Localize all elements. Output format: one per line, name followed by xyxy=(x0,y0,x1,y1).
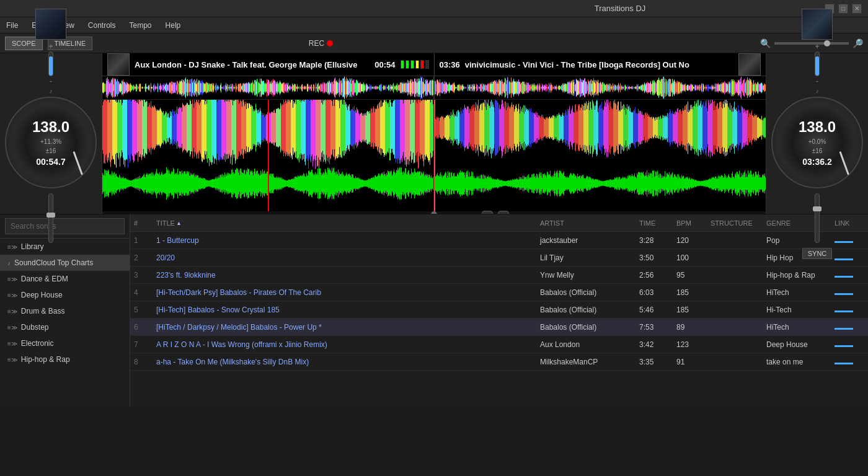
song-row[interactable]: 1 1 - Buttercup jackstauber 3:28 120 Pop… xyxy=(130,232,868,249)
library-area: ≡≫ Library ♪ SoundCloud Top Charts ≡≫ Da… xyxy=(0,214,868,407)
right-volume-area: + - xyxy=(815,42,820,86)
menu-file[interactable]: File xyxy=(4,20,20,31)
left-track-title: Aux London - DJ Snake - Talk feat. Georg… xyxy=(135,60,370,69)
zoom-thumb xyxy=(824,40,830,46)
maximize-button[interactable]: □ xyxy=(838,4,848,14)
search-box xyxy=(0,214,130,239)
sidebar-item-dance[interactable]: ≡≫ Dance & EDM xyxy=(0,271,130,287)
titlebar: Transitions DJ _ □ ✕ xyxy=(0,0,868,17)
left-needle xyxy=(73,151,82,175)
deck-area: + - ♪ 138.0 +11.3% ±16 00:54.7 SYNC xyxy=(0,53,868,214)
song-list: # TITLE ▲ ARTIST TIME BPM STRUCTURE GENR… xyxy=(130,214,868,407)
left-album-art xyxy=(35,9,66,40)
waveform-area: Aux London - DJ Snake - Talk feat. Georg… xyxy=(102,53,766,214)
right-mini-wave[interactable] xyxy=(435,76,766,99)
menu-tempo[interactable]: Tempo xyxy=(127,20,154,31)
left-pitch-range: ±16 xyxy=(46,148,56,154)
song-row[interactable]: 4 [Hi-Tech/Dark Psy] Babalos - Pirates O… xyxy=(130,284,868,301)
right-position: 03:36.2 xyxy=(802,157,831,167)
sidebar-item-deephouse[interactable]: ≡≫ Deep House xyxy=(0,287,130,303)
waveform-icon: ▬▬▬ xyxy=(835,359,853,366)
menu-help[interactable]: Help xyxy=(163,20,184,31)
drumandbass-icon: ≡≫ xyxy=(7,308,17,315)
rec-area: REC xyxy=(309,39,333,48)
right-main-wave[interactable] xyxy=(435,100,766,211)
waveform-icon: ▬▬▬ xyxy=(835,237,853,244)
rec-indicator xyxy=(327,40,333,46)
electronic-icon: ≡≫ xyxy=(7,340,17,347)
song-list-header: # TITLE ▲ ARTIST TIME BPM STRUCTURE GENR… xyxy=(130,214,868,232)
sidebar-item-soundcloud[interactable]: ♪ SoundCloud Top Charts xyxy=(0,255,130,271)
playhead xyxy=(434,100,435,211)
search-input[interactable] xyxy=(5,218,125,234)
left-track-elapsed: 00:54 xyxy=(374,60,395,69)
sidebar-item-dubstep[interactable]: ≡≫ Dubstep xyxy=(0,319,130,335)
right-album-art xyxy=(802,9,833,40)
top-tracks: Aux London - DJ Snake - Talk feat. Georg… xyxy=(102,53,766,76)
left-pitch-slider xyxy=(48,193,53,243)
sidebar-item-library[interactable]: ≡≫ Library xyxy=(0,239,130,255)
sidebar-item-hiphop[interactable]: ≡≫ Hip-hop & Rap xyxy=(0,351,130,368)
song-rows: 1 1 - Buttercup jackstauber 3:28 120 Pop… xyxy=(130,232,868,407)
menu-controls[interactable]: Controls xyxy=(86,20,118,31)
rec-label: REC xyxy=(309,39,324,48)
zoom-out-icon[interactable]: 🔍 xyxy=(760,38,771,48)
close-button[interactable]: ✕ xyxy=(852,4,862,14)
library-icon: ≡≫ xyxy=(7,244,17,250)
sidebar-item-drumandbass[interactable]: ≡≫ Drum & Bass xyxy=(0,303,130,319)
col-title-header[interactable]: TITLE ▲ xyxy=(153,219,536,227)
left-bpm: 138.0 xyxy=(32,118,69,136)
col-artist-header[interactable]: ARTIST xyxy=(536,219,636,227)
soundcloud-icon: ♪ xyxy=(7,260,11,267)
left-mini-wave[interactable] xyxy=(102,76,433,99)
sidebar-items: ≡≫ Library ♪ SoundCloud Top Charts ≡≫ Da… xyxy=(0,239,130,407)
col-bpm-header[interactable]: BPM xyxy=(673,219,707,227)
right-track-thumb xyxy=(738,53,761,76)
deephouse-icon: ≡≫ xyxy=(7,292,17,299)
zoom-slider[interactable] xyxy=(774,42,849,45)
app-title: Transitions DJ xyxy=(415,4,825,13)
left-vol-fader[interactable] xyxy=(482,211,493,214)
song-row[interactable]: 7 A R I Z O N A - I Was Wrong (offrami x… xyxy=(130,336,868,353)
dance-icon: ≡≫ xyxy=(7,276,17,283)
main-waveform xyxy=(102,100,766,211)
right-platter[interactable]: 138.0 +0.0% ±16 03:36.2 xyxy=(771,97,863,188)
right-pitch-pct: +0.0% xyxy=(808,138,826,145)
waveform-icon: ▬▬▬ xyxy=(835,272,853,279)
col-time-header[interactable]: TIME xyxy=(636,219,673,227)
sidebar: ≡≫ Library ♪ SoundCloud Top Charts ≡≫ Da… xyxy=(0,214,130,407)
right-pitch-range: ±16 xyxy=(812,148,823,154)
left-pitch-pct: +11.3% xyxy=(40,138,61,145)
right-pitch-slider xyxy=(815,193,820,243)
song-row[interactable]: 3 223's ft. 9lokknine Ynw Melly 2:56 95 … xyxy=(130,267,868,284)
col-structure-header[interactable]: STRUCTURE xyxy=(707,219,763,227)
left-platter[interactable]: 138.0 +11.3% ±16 00:54.7 xyxy=(5,97,97,188)
song-row[interactable]: 5 [Hi-Tech] Babalos - Snow Crystal 185 B… xyxy=(130,301,868,319)
song-row[interactable]: 8 a-ha - Take On Me (Milkshake's Silly D… xyxy=(130,353,868,371)
col-num-header[interactable]: # xyxy=(130,219,153,227)
mini-waveform xyxy=(102,76,766,100)
sort-arrow: ▲ xyxy=(176,220,182,226)
toolbar: SCOPE TIMELINE REC 🔍 🔎 xyxy=(0,33,868,53)
zoom-in-icon[interactable]: 🔎 xyxy=(852,38,863,48)
waveform-icon: ▬▬▬ xyxy=(835,342,853,348)
hiphop-icon: ≡≫ xyxy=(7,356,17,363)
left-track-header: Aux London - DJ Snake - Talk feat. Georg… xyxy=(102,53,434,76)
right-track-title: vinivicimusic - Vini Vici - The Tribe [I… xyxy=(465,60,733,69)
right-vol-fader[interactable] xyxy=(498,211,509,214)
waveform-icon: ▬▬▬ xyxy=(835,289,853,296)
col-genre-header[interactable]: GENRE xyxy=(763,219,831,227)
waveform-icon: ▬▬▬ xyxy=(835,324,853,331)
song-row[interactable]: 6 [HiTech / Darkpsy / Melodic] Babalos -… xyxy=(130,319,868,336)
right-needle xyxy=(839,151,849,175)
waveform-icon: ▬▬▬ xyxy=(835,255,853,262)
right-track-remaining: 03:36 xyxy=(440,60,460,69)
right-bpm: 138.0 xyxy=(799,118,836,136)
col-link-header[interactable]: LINK xyxy=(831,219,868,227)
right-deck-platter: + - ♪ 138.0 +0.0% ±16 03:36.2 SYNC xyxy=(766,53,868,214)
song-row[interactable]: 2 20/20 Lil Tjay 3:50 100 Hip Hop ▬▬▬ xyxy=(130,249,868,267)
sidebar-item-electronic[interactable]: ≡≫ Electronic xyxy=(0,335,130,351)
dubstep-icon: ≡≫ xyxy=(7,324,17,331)
left-vu-meter xyxy=(401,60,429,69)
left-main-wave[interactable] xyxy=(102,100,433,211)
